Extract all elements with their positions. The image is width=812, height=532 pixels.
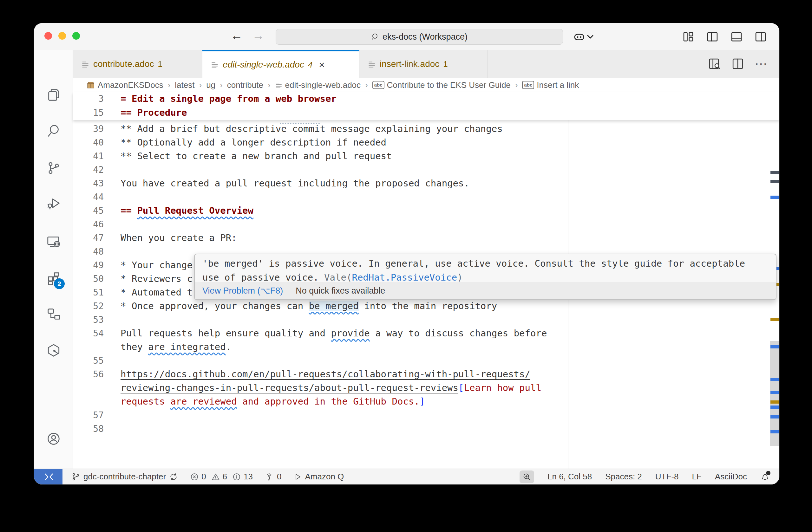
line-number: 43 — [73, 177, 104, 190]
back-icon[interactable]: ← — [231, 29, 243, 43]
editor-line[interactable]: 43You have created a pull request includ… — [73, 177, 779, 190]
line-content: Pull requests help ensure quality and pr… — [120, 327, 547, 340]
editor-line[interactable]: reviewing-changes-in-pull-requests/about… — [73, 381, 779, 395]
tab-edit-single-web[interactable]: edit-single-web.adoc 4 × — [202, 50, 359, 78]
eol-status[interactable]: LF — [692, 472, 701, 482]
hierarchy-view-icon[interactable] — [46, 307, 61, 322]
editor-line[interactable]: 55 — [73, 354, 779, 367]
overview-marker-blue — [770, 405, 779, 409]
amazon-q-status[interactable]: Amazon Q — [293, 472, 344, 482]
no-quick-fixes-label: No quick fixes available — [295, 286, 385, 296]
overview-marker-blue — [770, 345, 779, 349]
editor-line[interactable]: 56https://docs.github.com/en/pull-reques… — [73, 367, 779, 381]
editor-line[interactable]: 53 — [73, 313, 779, 327]
code-segment: be merged — [309, 300, 359, 311]
sticky-scroll[interactable]: 3= Edit a single page from a web browser… — [73, 92, 779, 120]
explorer-icon[interactable] — [46, 88, 61, 102]
close-tab-icon[interactable]: × — [319, 59, 325, 71]
chevron-down-icon[interactable] — [587, 34, 593, 39]
indentation-status[interactable]: Spaces: 2 — [605, 472, 642, 482]
editor-line[interactable]: requests are reviewed and approved in th… — [73, 395, 779, 408]
code-segment: ] — [420, 396, 425, 407]
editor-line[interactable]: 54Pull requests help ensure quality and … — [73, 327, 779, 340]
traffic-lights — [44, 32, 80, 40]
editor-line[interactable]: 44 — [73, 190, 779, 204]
tab-problem-count: 1 — [158, 59, 162, 69]
problems-status[interactable]: 0 6 13 — [190, 472, 253, 482]
tab-contribute[interactable]: contribute.adoc 1 — [73, 50, 202, 78]
close-window-button[interactable] — [44, 32, 52, 40]
minimize-window-button[interactable] — [58, 32, 66, 40]
list-icon — [211, 61, 219, 69]
zoom-window-button[interactable] — [72, 32, 80, 40]
tab-insert-link[interactable]: insert-link.adoc 1 — [359, 50, 488, 78]
encoding-status[interactable]: UTF-8 — [655, 472, 679, 482]
notifications-bell-icon[interactable] — [760, 472, 770, 482]
account-icon[interactable] — [46, 431, 61, 446]
remote-explorer-icon[interactable] — [46, 234, 61, 249]
editor-line[interactable]: 41** Select to create a new branch and p… — [73, 149, 779, 163]
toggle-primary-sidebar-icon[interactable] — [706, 30, 719, 43]
search-sidebar-icon[interactable] — [46, 124, 61, 138]
activity-bar: 2 ⚙ — [34, 50, 73, 469]
code-segment: Pull Request Overview — [137, 205, 253, 216]
editor-line[interactable]: they are integrated. — [73, 340, 779, 354]
editor-line[interactable]: 46 — [73, 218, 779, 231]
breadcrumb-item[interactable]: contribute — [227, 80, 263, 90]
breadcrumb: AmazonEKSDocs › latest › ug › contribute… — [73, 78, 779, 92]
copilot-icon[interactable] — [573, 31, 585, 43]
editor-line[interactable]: 57 — [73, 408, 779, 422]
zoom-status-icon[interactable] — [520, 471, 534, 483]
line-number: 39 — [73, 122, 104, 136]
line-number: 42 — [73, 163, 104, 177]
overview-marker-blue — [770, 196, 779, 199]
editor-line[interactable]: 58 — [73, 422, 779, 435]
source-control-icon[interactable] — [46, 161, 61, 175]
more-actions-icon[interactable]: ⋯ — [755, 57, 768, 70]
forward-icon[interactable]: → — [252, 29, 264, 43]
breadcrumb-item-file[interactable]: edit-single-web.adoc — [275, 80, 361, 90]
view-problem-link[interactable]: View Problem (⌥F8) — [202, 286, 283, 296]
git-branch-status[interactable]: gdc-contribute-chapter — [71, 472, 178, 482]
command-center-search[interactable]: eks-docs (Workspace) — [276, 29, 563, 45]
list-icon — [81, 60, 89, 68]
sticky-line[interactable]: 15== Procedure — [73, 106, 779, 119]
code-segment: https://docs.github.com/en/pull-requests… — [120, 369, 530, 380]
toggle-secondary-sidebar-icon[interactable] — [754, 30, 767, 43]
toggle-panel-icon[interactable] — [730, 30, 743, 43]
amazon-q-icon[interactable] — [46, 343, 61, 358]
workspace-title: eks-docs (Workspace) — [382, 32, 467, 42]
line-number: 52 — [73, 299, 104, 313]
open-preview-icon[interactable] — [708, 57, 721, 70]
cursor-position[interactable]: Ln 6, Col 58 — [548, 472, 592, 482]
breadcrumb-item[interactable]: latest — [175, 80, 194, 90]
ports-status[interactable]: 0 — [265, 472, 281, 482]
remote-indicator[interactable] — [34, 469, 62, 485]
editor-line[interactable]: 47When you create a PR: — [73, 231, 779, 245]
code-segment: ** Add a brief but descriptive commit me… — [120, 123, 503, 134]
vale-rule-link[interactable]: RedHat.PassiveVoice — [352, 272, 457, 283]
breadcrumb-item[interactable]: ug — [206, 80, 215, 90]
line-number: 54 — [73, 327, 104, 340]
editor-line[interactable]: 42 — [73, 163, 779, 177]
customize-layout-icon[interactable] — [682, 30, 695, 43]
extensions-icon[interactable]: 2 — [46, 271, 61, 286]
editor-line[interactable]: 39** Add a brief but descriptive commit … — [73, 122, 779, 136]
line-number: 57 — [73, 408, 104, 422]
run-debug-icon[interactable] — [46, 196, 61, 211]
sticky-line[interactable]: 3= Edit a single page from a web browser — [73, 92, 779, 106]
breadcrumb-item-symbol[interactable]: abc Insert a link — [522, 80, 579, 90]
editor-line[interactable]: 40** Optionally add a longer description… — [73, 136, 779, 149]
split-editor-icon[interactable] — [731, 57, 744, 70]
line-content: ** Optionally add a longer description i… — [120, 136, 386, 149]
language-mode[interactable]: AsciiDoc — [715, 472, 747, 482]
breadcrumb-item-root[interactable]: AmazonEKSDocs — [86, 80, 163, 90]
editor-line[interactable]: 52* Once approved, your changes can be m… — [73, 299, 779, 313]
line-number: 41 — [73, 149, 104, 163]
tab-problem-count: 1 — [443, 59, 448, 69]
line-number: 3 — [73, 92, 104, 106]
breadcrumb-item-symbol[interactable]: abc Contribute to the EKS User Guide — [372, 80, 511, 90]
editor-line[interactable]: 45== Pull Request Overview — [73, 204, 779, 218]
overview-marker-blue — [770, 415, 779, 418]
code-segment: ** Optionally add a longer description i… — [120, 137, 386, 148]
